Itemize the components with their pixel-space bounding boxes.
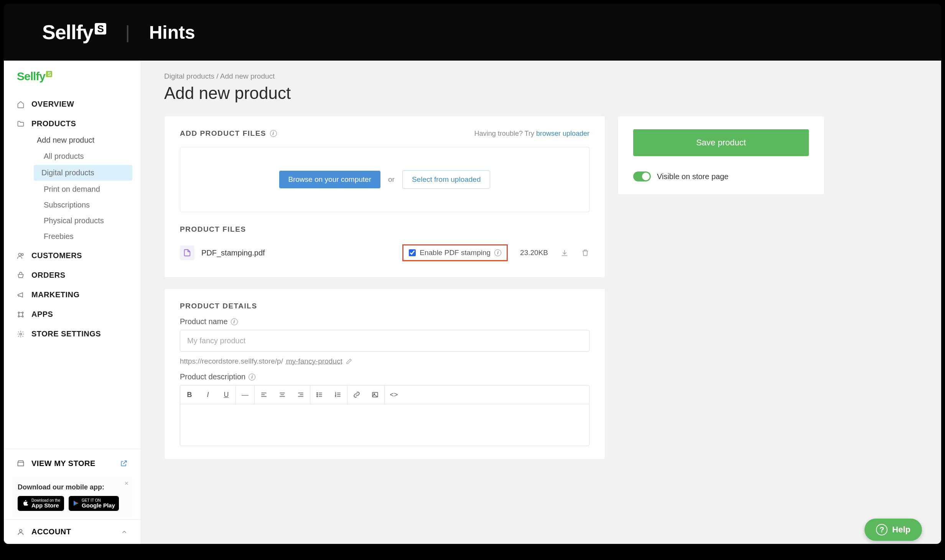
number-list-button[interactable]: 123 xyxy=(329,385,347,404)
upload-zone: Browse on your computer or Select from u… xyxy=(180,147,589,212)
product-url: https://recordstore.sellfy.store/p/my-fa… xyxy=(180,357,589,366)
help-button[interactable]: ? Help xyxy=(864,519,922,541)
svg-point-5 xyxy=(22,316,23,317)
nav-freebies[interactable]: Freebies xyxy=(4,229,141,244)
file-row: PDF_stamping.pdf Enable PDF stamping i 2… xyxy=(180,241,589,264)
underline-button[interactable]: U xyxy=(217,385,235,404)
info-icon[interactable]: i xyxy=(249,374,255,380)
browser-uploader-link[interactable]: browser uploader xyxy=(536,130,589,137)
nav-overview[interactable]: OVERVIEW xyxy=(4,94,141,114)
visible-toggle[interactable] xyxy=(633,171,651,181)
nav-account[interactable]: ACCOUNT xyxy=(4,519,141,544)
url-base: https://recordstore.sellfy.store/p/ xyxy=(180,357,283,366)
section-title-files: PRODUCT FILES xyxy=(180,225,589,234)
section-title-details: PRODUCT DETAILS xyxy=(180,302,589,310)
save-product-button[interactable]: Save product xyxy=(633,129,809,156)
nav-label: PRODUCTS xyxy=(31,119,76,128)
nav-customers[interactable]: CUSTOMERS xyxy=(4,246,141,265)
basket-icon xyxy=(17,272,25,279)
nav-orders[interactable]: ORDERS xyxy=(4,265,141,285)
svg-point-6 xyxy=(20,333,22,335)
main-nav: OVERVIEW PRODUCTS Add new product All pr… xyxy=(4,90,141,446)
nav-label: VIEW MY STORE xyxy=(31,459,95,468)
brand-badge: S xyxy=(95,23,106,35)
nav-add-new-product[interactable]: Add new product xyxy=(4,133,141,147)
trash-icon[interactable] xyxy=(581,249,589,257)
align-right-button[interactable] xyxy=(291,385,310,404)
download-icon[interactable] xyxy=(560,249,569,257)
svg-point-8 xyxy=(317,392,318,393)
browse-button[interactable]: Browse on your computer xyxy=(279,171,381,188)
hr-button[interactable]: — xyxy=(236,385,254,404)
link-button[interactable] xyxy=(347,385,366,404)
visible-label: Visible on store page xyxy=(657,172,728,181)
nav-print-on-demand[interactable]: Print on demand xyxy=(4,181,141,197)
nav-apps[interactable]: APPS xyxy=(4,305,141,324)
badge-small: Download on the xyxy=(31,498,60,502)
gear-icon xyxy=(17,330,25,338)
image-button[interactable] xyxy=(366,385,384,404)
sidebar-logo[interactable]: SellfyS xyxy=(4,61,141,90)
align-left-button[interactable] xyxy=(255,385,273,404)
help-label: Help xyxy=(892,525,910,535)
info-icon[interactable]: i xyxy=(494,249,501,256)
nav-all-products[interactable]: All products xyxy=(4,148,141,164)
save-card: Save product Visible on store page xyxy=(617,116,825,195)
info-icon[interactable]: i xyxy=(270,130,277,137)
breadcrumb: Digital products / Add new product xyxy=(164,72,918,81)
select-from-uploaded-button[interactable]: Select from uploaded xyxy=(402,170,491,189)
user-icon xyxy=(17,528,25,536)
nav-physical-products[interactable]: Physical products xyxy=(4,213,141,229)
nav-products[interactable]: PRODUCTS xyxy=(4,114,141,133)
promo-title: Download our mobile app: xyxy=(18,483,127,491)
or-text: or xyxy=(388,175,395,184)
pencil-icon[interactable] xyxy=(346,358,352,365)
code-button[interactable]: <> xyxy=(385,385,403,404)
mobile-app-promo: × Download our mobile app: Download on t… xyxy=(12,478,132,517)
apple-icon xyxy=(21,499,29,507)
main-content: Digital products / Add new product Add n… xyxy=(141,61,941,544)
bullet-list-button[interactable] xyxy=(310,385,329,404)
italic-button[interactable]: I xyxy=(199,385,217,404)
google-play-badge[interactable]: GET IT ONGoogle Play xyxy=(69,496,119,511)
doc-header: SellfyS | Hints xyxy=(4,4,941,61)
chevron-up-icon xyxy=(121,529,128,535)
nav-store-settings[interactable]: STORE SETTINGS xyxy=(4,324,141,344)
details-card: PRODUCT DETAILS Product name i https://r… xyxy=(164,288,605,460)
nav-label: APPS xyxy=(31,310,53,319)
pdf-stamping-label: Enable PDF stamping xyxy=(420,249,491,257)
url-slug: my-fancy-product xyxy=(286,357,342,366)
pdf-stamping-checkbox[interactable] xyxy=(409,249,416,256)
product-name-label: Product name i xyxy=(180,317,589,326)
folder-icon xyxy=(17,120,25,128)
info-icon[interactable]: i xyxy=(231,318,238,325)
svg-point-4 xyxy=(18,316,19,317)
svg-point-10 xyxy=(317,396,318,397)
section-title-upload: ADD PRODUCT FILES i xyxy=(180,129,277,138)
svg-point-3 xyxy=(22,312,23,313)
nav-marketing[interactable]: MARKETING xyxy=(4,285,141,305)
bold-button[interactable]: B xyxy=(180,385,199,404)
file-size: 23.20KB xyxy=(520,249,548,257)
description-editor[interactable] xyxy=(180,404,589,446)
view-store-link[interactable]: VIEW MY STORE xyxy=(4,452,141,475)
app-store-badge[interactable]: Download on theApp Store xyxy=(18,496,64,511)
badge-small: GET IT ON xyxy=(82,498,115,502)
nav-label: STORE SETTINGS xyxy=(31,329,101,338)
align-center-button[interactable] xyxy=(273,385,291,404)
product-name-input[interactable] xyxy=(180,330,589,352)
sidebar-brand-badge: S xyxy=(46,71,52,77)
nav-digital-products[interactable]: Digital products xyxy=(34,165,132,181)
brand-text: Sellfy xyxy=(42,21,93,44)
breadcrumb-parent[interactable]: Digital products xyxy=(164,72,214,80)
close-icon[interactable]: × xyxy=(124,479,128,488)
nav-label: CUSTOMERS xyxy=(31,251,82,260)
badge-big: Google Play xyxy=(82,502,115,509)
badge-big: App Store xyxy=(31,502,60,509)
home-icon xyxy=(17,100,25,108)
sidebar: SellfyS OVERVIEW PRODUCTS Add new produc… xyxy=(4,61,141,544)
play-icon xyxy=(72,500,79,507)
nav-label: OVERVIEW xyxy=(31,100,74,109)
nav-subscriptions[interactable]: Subscriptions xyxy=(4,197,141,213)
svg-text:3: 3 xyxy=(335,395,336,397)
